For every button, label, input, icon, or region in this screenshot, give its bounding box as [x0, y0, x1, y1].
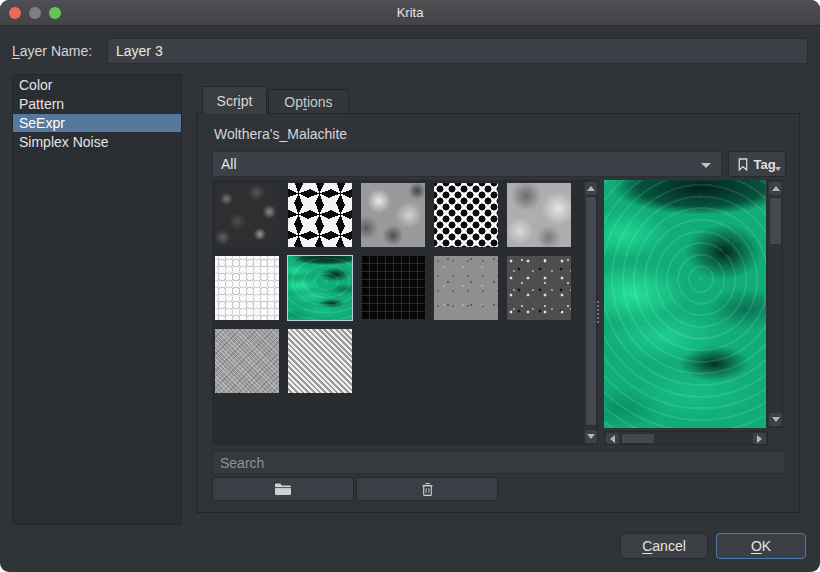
generator-item-pattern[interactable]: Pattern: [13, 95, 181, 113]
minimize-button-icon: [29, 7, 41, 19]
grid-scrollbar-thumb[interactable]: [585, 196, 597, 426]
pattern-thumbnail-dark-marble[interactable]: [215, 183, 279, 247]
pattern-thumbnail-bw-triangle-mosaic[interactable]: [288, 183, 352, 247]
scroll-right-icon[interactable]: [753, 433, 766, 444]
pattern-grid: [212, 180, 583, 396]
pattern-preview: [604, 180, 766, 428]
selected-pattern-name: Wolthera's_Malachite: [214, 126, 347, 146]
pattern-thumbnail-white-loops[interactable]: [215, 256, 279, 320]
pattern-thumbnail-concrete[interactable]: [434, 256, 498, 320]
generator-item-seexpr[interactable]: SeExpr: [13, 114, 181, 132]
pattern-thumbnail-gray-clouds[interactable]: [361, 183, 425, 247]
pattern-thumbnail-halftone-dots[interactable]: [434, 183, 498, 247]
generator-item-simplex-noise[interactable]: Simplex Noise: [13, 133, 181, 151]
pattern-chooser: [212, 180, 786, 446]
generator-list[interactable]: ColorPatternSeExprSimplex Noise: [12, 74, 182, 525]
tag-filter-selected: All: [221, 156, 237, 172]
pattern-grid-viewport: [212, 180, 583, 445]
window-title: Krita: [397, 5, 424, 20]
chevron-down-icon: [701, 163, 711, 168]
preview-hscrollbar-thumb[interactable]: [621, 433, 655, 444]
generator-item-color[interactable]: Color: [13, 76, 181, 94]
tag-button-label: Tag: [753, 157, 775, 172]
ok-button[interactable]: OK: [716, 533, 806, 559]
pattern-thumbnail-diagonal-weave[interactable]: [288, 329, 352, 393]
trash-icon: [421, 482, 434, 497]
preview-vscrollbar-thumb[interactable]: [769, 197, 782, 245]
tag-button[interactable]: Tag: [728, 151, 786, 177]
scroll-up-icon[interactable]: [585, 182, 597, 195]
close-button-icon[interactable]: [9, 7, 21, 19]
tag-dropdown-caret-icon: [775, 167, 781, 171]
bookmark-icon: [738, 158, 748, 171]
tab-script[interactable]: Script: [202, 86, 267, 114]
scroll-left-icon[interactable]: [606, 433, 619, 444]
cancel-button[interactable]: Cancel: [620, 533, 708, 559]
scroll-up-icon[interactable]: [769, 182, 782, 195]
layer-name-input[interactable]: [107, 38, 808, 64]
pattern-thumbnail-black-maze[interactable]: [361, 256, 425, 320]
splitter-handle[interactable]: [597, 301, 599, 323]
preview-horizontal-scrollbar[interactable]: [604, 431, 768, 445]
scroll-down-icon[interactable]: [769, 413, 782, 426]
pattern-thumbnail-soft-clouds[interactable]: [507, 183, 571, 247]
import-resource-button[interactable]: [212, 477, 354, 501]
tag-filter-combobox[interactable]: All: [212, 151, 722, 177]
search-input[interactable]: [212, 451, 786, 474]
delete-resource-button[interactable]: [356, 477, 498, 501]
zoom-button-icon[interactable]: [49, 7, 61, 19]
krita-fill-layer-dialog: Krita Layer Name: ColorPatternSeExprSimp…: [0, 0, 820, 572]
pattern-thumbnail-green-malachite[interactable]: [288, 256, 352, 320]
pattern-thumbnail-speckled-noise[interactable]: [507, 256, 571, 320]
grid-vertical-scrollbar[interactable]: [583, 180, 598, 445]
layer-name-label: Layer Name:: [12, 38, 92, 64]
pattern-thumbnail-fine-grain[interactable]: [215, 329, 279, 393]
preview-vertical-scrollbar[interactable]: [767, 180, 783, 428]
tab-options[interactable]: Options: [268, 89, 349, 113]
traffic-lights: [9, 7, 61, 19]
titlebar: Krita: [0, 0, 820, 26]
scroll-down-icon[interactable]: [585, 430, 597, 443]
folder-icon: [274, 482, 292, 496]
